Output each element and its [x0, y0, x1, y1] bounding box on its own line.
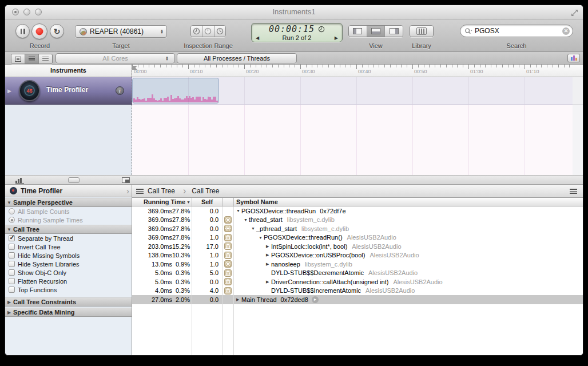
- system-library-gear-icon: [224, 216, 232, 224]
- disclosure-open-icon[interactable]: ▼: [251, 226, 256, 230]
- menu-icon[interactable]: [136, 189, 144, 194]
- view-left-button[interactable]: [349, 26, 367, 37]
- prev-run-button[interactable]: ◀: [256, 35, 259, 41]
- time-display: 00:00:15 ◀ Run 2 of 2 ▶: [251, 23, 343, 42]
- ruler-minor-tick: [541, 65, 542, 67]
- disclosure-closed-icon[interactable]: ▶: [236, 297, 241, 302]
- breadcrumb-call-tree[interactable]: Call Tree: [148, 187, 175, 195]
- table-row[interactable]: 5.0ms0.3%5.0DYLD-STUB$$DecrementAtomicAl…: [132, 269, 583, 278]
- track-timeline[interactable]: [132, 77, 573, 105]
- radio-option-row[interactable]: Running Sample Times: [5, 216, 132, 224]
- view-mode-list-button[interactable]: [25, 54, 38, 63]
- table-row[interactable]: 5.0ms0.3%0.0▶DriverConnection::callAttac…: [132, 277, 583, 287]
- sidebar-header[interactable]: Time Profiler ›: [5, 185, 132, 197]
- disclosure-closed-icon[interactable]: ▶: [266, 244, 271, 249]
- checkbox-option-row[interactable]: Top Functions: [5, 285, 132, 294]
- radio-icon[interactable]: [9, 208, 15, 214]
- cores-popup[interactable]: All Cores ▲▼: [55, 53, 175, 63]
- table-row[interactable]: 369.0ms27.8%1.0▼PGOSXDevice::threadRun()…: [132, 233, 583, 242]
- table-row[interactable]: 13.0ms0.9%1.0▶nanosleeplibsystem_c.dylib: [132, 260, 583, 269]
- collapsed-section-header[interactable]: ▶Specific Data Mining: [5, 308, 132, 317]
- library-name: AlesisUSB2Audio: [352, 243, 401, 250]
- next-run-button[interactable]: ▶: [335, 35, 338, 41]
- disclosure-open-icon[interactable]: ▼: [236, 209, 241, 213]
- table-row[interactable]: 369.0ms27.8%0.0▼_pthread_startlibsystem_…: [132, 224, 583, 233]
- table-row[interactable]: 369.0ms27.8%0.0▼thread_startlibsystem_c.…: [132, 216, 583, 225]
- ruler-major-tick: [412, 65, 413, 69]
- timeline-gridline: [244, 77, 245, 104]
- checkbox-option-row[interactable]: Show Obj-C Only: [5, 268, 132, 277]
- view-mode-compact-button[interactable]: [38, 54, 52, 63]
- radio-option-row[interactable]: All Sample Counts: [5, 207, 132, 216]
- checkbox-icon[interactable]: [9, 261, 15, 267]
- timeline-gridline: [300, 105, 301, 175]
- library-button[interactable]: [410, 25, 434, 37]
- checkbox-icon[interactable]: [9, 269, 15, 276]
- inspection-both-button[interactable]: [202, 26, 213, 37]
- disclosure-closed-icon[interactable]: ▶: [266, 280, 271, 284]
- view-right-button[interactable]: [384, 26, 403, 37]
- loop-button[interactable]: ↻: [50, 24, 64, 38]
- bar-chart-icon[interactable]: [15, 177, 24, 184]
- table-row[interactable]: 369.0ms27.8%0.0▼PGOSXDevice::threadRun0x…: [132, 206, 583, 216]
- disclosure-closed-icon[interactable]: ▶: [266, 262, 271, 266]
- disclosure-open-icon[interactable]: ▼: [244, 218, 249, 222]
- clock-end-icon: [216, 27, 224, 35]
- table-header: Running Time▼ Self Symbol Name: [132, 198, 583, 206]
- table-row[interactable]: 138.0ms10.3%1.0▶PGOSXDevice::onUSBProc(b…: [132, 251, 583, 260]
- checkbox-option-row[interactable]: Hide Missing Symbols: [5, 251, 132, 260]
- pane-toggle-icon[interactable]: [122, 177, 130, 183]
- view-bottom-button[interactable]: [367, 26, 385, 37]
- checkbox-icon[interactable]: [9, 244, 15, 250]
- disclosure-open-icon[interactable]: ▼: [259, 236, 264, 240]
- symbol-address: 0x72df7e: [320, 208, 345, 214]
- table-row[interactable]: 4.0ms0.3%4.0DYLD-STUB$$IncrementAtomicAl…: [132, 287, 583, 296]
- disclosure-closed-icon[interactable]: ▶: [266, 253, 271, 257]
- pause-button[interactable]: [15, 24, 30, 38]
- detail-menu-icon[interactable]: [570, 189, 577, 194]
- record-button[interactable]: [31, 23, 47, 39]
- track-info-button[interactable]: i: [116, 86, 124, 95]
- extended-detail-button[interactable]: [567, 54, 580, 62]
- checkbox-option-row[interactable]: Flatten Recursion: [5, 277, 132, 285]
- checkbox-option-row[interactable]: Hide System Libraries: [5, 260, 132, 268]
- inspection-end-button[interactable]: [214, 26, 225, 37]
- checkbox-icon[interactable]: [9, 287, 15, 293]
- column-symbol-name[interactable]: Symbol Name: [234, 198, 583, 206]
- column-library-icon[interactable]: [223, 198, 234, 206]
- ruler-minor-tick: [323, 65, 323, 67]
- view-mode-single-button[interactable]: [11, 54, 25, 63]
- table-row[interactable]: 203.0ms15.2%17.0▶IntSpinLock::lock(int*,…: [132, 242, 583, 251]
- titlebar[interactable]: Instruments1: [5, 5, 583, 19]
- collapsed-section-header[interactable]: ▶Call Tree Constraints: [5, 297, 132, 307]
- focus-arrow-icon[interactable]: ▸: [312, 296, 319, 303]
- checkbox-icon[interactable]: [9, 278, 15, 284]
- section-call-tree[interactable]: ▼ Call Tree: [5, 225, 132, 234]
- clear-search-icon[interactable]: ✕: [562, 27, 570, 35]
- timeline-ruler[interactable]: 00:0000:1000:2000:3000:4000:5001:0001:10: [132, 65, 583, 77]
- processes-popup[interactable]: All Processes / Threads: [177, 53, 297, 63]
- fullscreen-icon[interactable]: [571, 9, 578, 16]
- search-input[interactable]: PGOSX ✕: [460, 25, 573, 37]
- ruler-minor-tick: [144, 65, 144, 67]
- checkbox-icon[interactable]: [9, 252, 15, 258]
- breadcrumb-call-tree-2[interactable]: Call Tree: [192, 187, 219, 195]
- checkbox-option-row[interactable]: Invert Call Tree: [5, 242, 132, 251]
- run-selection-region[interactable]: [132, 78, 219, 104]
- track-disclosure-icon[interactable]: ▶: [7, 88, 11, 94]
- column-self[interactable]: Self: [192, 198, 223, 206]
- track-area-below: [5, 105, 583, 175]
- inspection-start-button[interactable]: [191, 26, 202, 37]
- strip-toggle-button[interactable]: [68, 177, 80, 183]
- checkbox-icon[interactable]: [9, 235, 15, 241]
- radio-icon[interactable]: [9, 217, 15, 223]
- cpu-activity-waveform: [133, 94, 218, 102]
- column-running-time[interactable]: Running Time▼: [132, 198, 192, 206]
- checkbox-option-row[interactable]: Separate by Thread: [5, 234, 132, 242]
- time-profiler-track-header[interactable]: ▶ 45 Time Profiler i: [5, 77, 132, 105]
- table-row[interactable]: 27.0ms2.0%0.0▶Main Thread0x72ded8▸: [132, 295, 583, 304]
- target-popup[interactable]: REAPER (40861) ▲▼: [75, 25, 167, 38]
- section-sample-perspective[interactable]: ▼ Sample Perspective: [5, 198, 132, 207]
- triangle-down-icon: ▼: [5, 227, 13, 232]
- ruler-minor-tick: [452, 65, 452, 67]
